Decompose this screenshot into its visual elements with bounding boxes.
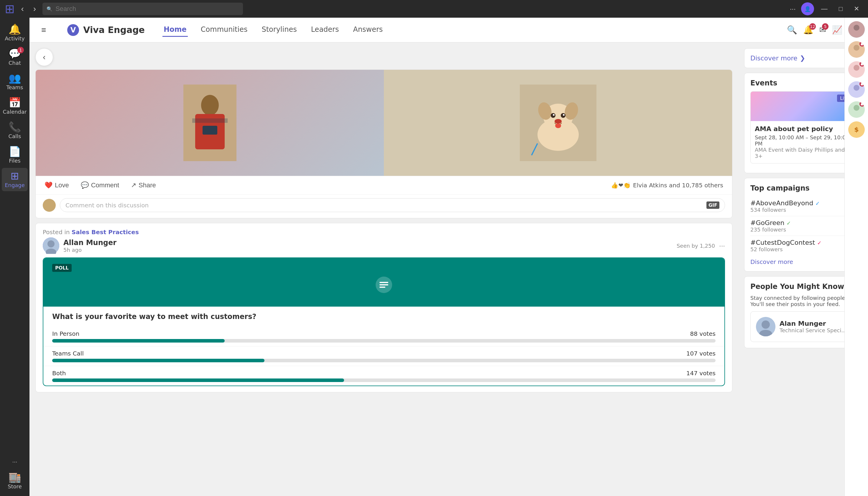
sidebar-item-activity[interactable]: 🔔 Activity — [2, 21, 28, 45]
poll-icon — [52, 276, 716, 295]
main-area: ≡ V Viva Engage Home Communities Storyli… — [29, 18, 868, 496]
svg-point-34 — [854, 65, 859, 71]
minimize-button[interactable]: — — [817, 4, 832, 14]
campaign-item-0: #AboveAndBeyond ✓ 534 followers + — [750, 197, 856, 216]
right-avatar-6[interactable]: $ — [848, 121, 865, 138]
verified-blue-icon: ✓ — [815, 200, 820, 206]
post-more-button[interactable]: ··· — [719, 242, 725, 250]
gif-button[interactable]: GIF — [706, 201, 719, 209]
campaigns-discover-link[interactable]: Discover more — [750, 258, 793, 265]
post-author-avatar — [43, 237, 59, 254]
people-title: People You Might Know — [750, 282, 856, 291]
love-button[interactable]: ❤️ Love — [45, 182, 69, 189]
nav-item-storylines[interactable]: Storylines — [260, 23, 298, 37]
campaign-followers-1: 235 followers — [750, 227, 842, 233]
post-author-info: Allan Munger 5h ago — [63, 238, 673, 253]
user-avatar[interactable]: 👤 — [801, 2, 814, 15]
reactions: 👍❤️👏 Elvia Atkins and 10,785 others — [611, 182, 723, 189]
app-logo-icon: ⊞ — [5, 2, 15, 16]
poll-option-2-label: Both — [52, 370, 66, 377]
sidebar-item-label: Teams — [6, 84, 23, 90]
svg-rect-24 — [379, 284, 388, 285]
feed-container: ‹ — [29, 43, 868, 496]
event-time: Sept 28, 10:00 AM – Sept 29, 10:00 PM — [755, 134, 852, 147]
avatar-badge-5: ● — [859, 101, 865, 107]
right-avatar-5[interactable]: ● — [848, 101, 865, 118]
nav-item-answers[interactable]: Answers — [352, 23, 384, 37]
titlebar-dots-button[interactable]: ··· — [788, 3, 798, 14]
sidebar-item-files[interactable]: 📄 Files — [2, 143, 28, 167]
svg-point-30 — [854, 25, 859, 31]
poll-question: What is your favorite way to meet with c… — [43, 307, 724, 327]
verified-green-icon: ✓ — [787, 220, 791, 226]
person-name: Alan Munger — [780, 320, 847, 327]
comment-row: Comment on this discussion GIF — [36, 195, 732, 218]
nav-back-button[interactable]: ‹ — [18, 2, 27, 15]
top-nav: ≡ V Viva Engage Home Communities Storyli… — [29, 18, 868, 43]
right-avatar-3[interactable]: ● — [848, 61, 865, 78]
post-author-name: Allan Munger — [63, 238, 673, 247]
hamburger-button[interactable]: ≡ — [41, 25, 46, 35]
comment-button[interactable]: 💬 Comment — [81, 182, 119, 189]
event-card: Live AMA about pet policy Sept 28, 10:00… — [750, 91, 856, 164]
comment-placeholder: Comment on this discussion — [65, 202, 149, 209]
topnav-mail-icon[interactable]: ✉ 5 — [819, 25, 826, 35]
topnav-notification-icon[interactable]: 🔔 12 — [803, 25, 813, 35]
nav-item-home[interactable]: Home — [163, 23, 188, 37]
campaign-item-1: #GoGreen ✓ 235 followers + — [750, 216, 856, 236]
comment-input[interactable]: Comment on this discussion GIF — [60, 198, 725, 212]
person-card: Alan Munger Technical Service Speci... ✕ — [750, 311, 856, 342]
poll-bar-0 — [52, 339, 225, 343]
search-input[interactable] — [56, 5, 239, 13]
campaign-name-2: #CutestDogContest ✓ — [750, 239, 842, 246]
sidebar-item-teams[interactable]: 👥 Teams — [2, 70, 28, 93]
poll-icon-svg — [375, 276, 393, 294]
sidebar-item-label: Engage — [5, 182, 25, 188]
topnav-chart-icon[interactable]: 📈 — [832, 25, 842, 35]
campaign-info-2: #CutestDogContest ✓ 52 followers — [750, 239, 842, 252]
poll-option-2-row: Both 147 votes — [52, 370, 716, 377]
back-button[interactable]: ‹ — [35, 48, 53, 66]
poll-bar-bg-1 — [52, 359, 716, 362]
nav-forward-button[interactable]: › — [30, 2, 39, 15]
right-avatar-1[interactable] — [848, 21, 865, 38]
sidebar-item-store[interactable]: 🏬 Store — [2, 469, 28, 493]
poll-bar-bg-2 — [52, 378, 716, 382]
sidebar-item-engage[interactable]: ⊞ Engage — [2, 168, 28, 191]
main-nav: Home Communities Storylines Leaders Answ… — [163, 23, 384, 37]
nav-item-communities[interactable]: Communities — [199, 23, 249, 37]
poll-option-2-votes: 147 votes — [686, 370, 716, 377]
people-description: Stay connected by following people. You'… — [750, 295, 856, 307]
sidebar-item-chat[interactable]: 💬 1 Chat — [2, 46, 28, 69]
sidebar-item-calendar[interactable]: 📅 Calendar — [2, 95, 28, 118]
topnav-search-icon[interactable]: 🔍 — [787, 25, 797, 35]
discover-more-row[interactable]: Discover more ❯ — [750, 55, 856, 62]
campaign-name-1: #GoGreen ✓ — [750, 219, 842, 227]
close-button[interactable]: ✕ — [850, 4, 863, 14]
seen-badge: Seen by 1,250 — [677, 243, 715, 249]
post-community-link[interactable]: Sales Best Practices — [72, 229, 139, 236]
discover-more-chevron-icon: ❯ — [800, 55, 805, 62]
campaign-info-0: #AboveAndBeyond ✓ 534 followers — [750, 199, 842, 213]
sidebar-store-label: Store — [8, 483, 22, 490]
share-button[interactable]: ↗ Share — [131, 182, 156, 189]
engage-icon: ⊞ — [11, 171, 19, 181]
person-info: Alan Munger Technical Service Speci... — [780, 320, 847, 334]
sidebar-item-calls[interactable]: 📞 Calls — [2, 119, 28, 142]
sidebar-item-more[interactable]: ··· — [2, 456, 28, 468]
nav-item-leaders[interactable]: Leaders — [310, 23, 340, 37]
poll-bar-2 — [52, 378, 344, 382]
right-avatar-2[interactable]: ● — [848, 41, 865, 58]
svg-rect-5 — [192, 119, 228, 123]
person-avatar-svg — [756, 317, 775, 336]
campaign-item-2: #CutestDogContest ✓ 52 followers + — [750, 236, 856, 255]
right-avatar-4[interactable]: ● — [848, 81, 865, 98]
poll-option-0-label: In Person — [52, 330, 79, 337]
poll-container: POLL What is your favorite way to — [43, 258, 725, 386]
maximize-button[interactable]: □ — [835, 4, 847, 14]
poll-option-1-label: Teams Call — [52, 350, 84, 357]
post-author-row: Allan Munger 5h ago Seen by 1,250 ··· — [36, 237, 732, 258]
search-bar[interactable]: 🔍 — [43, 3, 243, 15]
poll-option-1-row: Teams Call 107 votes — [52, 350, 716, 357]
poll-option-0-row: In Person 88 votes — [52, 330, 716, 337]
